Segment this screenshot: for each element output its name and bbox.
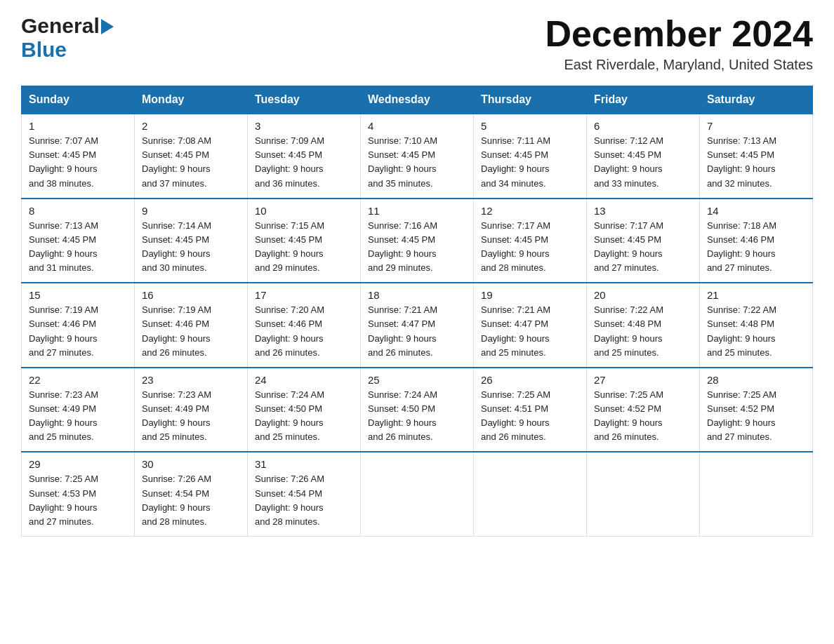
sunset-label: Sunset: 4:45 PM xyxy=(594,149,661,160)
day-info: Sunrise: 7:08 AM Sunset: 4:45 PM Dayligh… xyxy=(142,134,240,191)
daylight-minutes: and 32 minutes. xyxy=(707,178,772,189)
day-info: Sunrise: 7:09 AM Sunset: 4:45 PM Dayligh… xyxy=(255,134,353,191)
day-info: Sunrise: 7:14 AM Sunset: 4:45 PM Dayligh… xyxy=(142,219,240,276)
daylight-label: Daylight: 9 hours xyxy=(481,248,550,259)
daylight-minutes: and 25 minutes. xyxy=(707,347,772,358)
table-row xyxy=(474,452,587,536)
day-info: Sunrise: 7:19 AM Sunset: 4:46 PM Dayligh… xyxy=(29,303,127,360)
sunset-label: Sunset: 4:45 PM xyxy=(594,234,661,245)
sunset-label: Sunset: 4:49 PM xyxy=(29,403,96,414)
sunset-label: Sunset: 4:52 PM xyxy=(594,403,661,414)
daylight-minutes: and 27 minutes. xyxy=(29,347,94,358)
sunset-label: Sunset: 4:46 PM xyxy=(29,318,96,329)
day-number: 16 xyxy=(142,289,240,301)
table-row: 16 Sunrise: 7:19 AM Sunset: 4:46 PM Dayl… xyxy=(135,283,248,368)
table-row: 13 Sunrise: 7:17 AM Sunset: 4:45 PM Dayl… xyxy=(587,199,700,283)
day-info: Sunrise: 7:11 AM Sunset: 4:45 PM Dayligh… xyxy=(481,134,579,191)
table-row: 11 Sunrise: 7:16 AM Sunset: 4:45 PM Dayl… xyxy=(361,199,474,283)
daylight-label: Daylight: 9 hours xyxy=(142,248,211,259)
sunset-label: Sunset: 4:45 PM xyxy=(255,149,322,160)
calendar-week-row: 8 Sunrise: 7:13 AM Sunset: 4:45 PM Dayli… xyxy=(22,199,813,283)
sunrise-label: Sunrise: 7:23 AM xyxy=(29,389,98,400)
day-info: Sunrise: 7:18 AM Sunset: 4:46 PM Dayligh… xyxy=(707,219,805,276)
table-row: 22 Sunrise: 7:23 AM Sunset: 4:49 PM Dayl… xyxy=(22,368,135,452)
table-row: 28 Sunrise: 7:25 AM Sunset: 4:52 PM Dayl… xyxy=(700,368,813,452)
day-number: 7 xyxy=(707,120,805,132)
day-number: 19 xyxy=(481,289,579,301)
table-row: 31 Sunrise: 7:26 AM Sunset: 4:54 PM Dayl… xyxy=(248,452,361,536)
daylight-label: Daylight: 9 hours xyxy=(255,248,324,259)
day-number: 22 xyxy=(29,374,127,386)
day-number: 30 xyxy=(142,458,240,470)
day-info: Sunrise: 7:25 AM Sunset: 4:52 PM Dayligh… xyxy=(707,388,805,445)
table-row xyxy=(700,452,813,536)
sunrise-label: Sunrise: 7:14 AM xyxy=(142,220,211,231)
sunrise-label: Sunrise: 7:18 AM xyxy=(707,220,776,231)
sunset-label: Sunset: 4:47 PM xyxy=(368,318,435,329)
day-number: 4 xyxy=(368,120,466,132)
daylight-minutes: and 26 minutes. xyxy=(368,347,433,358)
daylight-minutes: and 26 minutes. xyxy=(594,431,659,442)
day-number: 10 xyxy=(255,205,353,217)
day-number: 24 xyxy=(255,374,353,386)
day-number: 25 xyxy=(368,374,466,386)
sunset-label: Sunset: 4:46 PM xyxy=(255,318,322,329)
day-number: 11 xyxy=(368,205,466,217)
daylight-minutes: and 26 minutes. xyxy=(481,431,546,442)
daylight-label: Daylight: 9 hours xyxy=(707,417,776,428)
sunset-label: Sunset: 4:49 PM xyxy=(142,403,209,414)
day-number: 20 xyxy=(594,289,692,301)
sunrise-label: Sunrise: 7:26 AM xyxy=(142,474,211,484)
day-number: 5 xyxy=(481,120,579,132)
header-friday: Friday xyxy=(587,86,700,114)
sunrise-label: Sunrise: 7:25 AM xyxy=(707,389,776,400)
daylight-minutes: and 28 minutes. xyxy=(142,516,207,527)
sunset-label: Sunset: 4:45 PM xyxy=(29,234,96,245)
sunrise-label: Sunrise: 7:13 AM xyxy=(707,135,776,146)
day-number: 28 xyxy=(707,374,805,386)
table-row: 7 Sunrise: 7:13 AM Sunset: 4:45 PM Dayli… xyxy=(700,114,813,199)
table-row: 5 Sunrise: 7:11 AM Sunset: 4:45 PM Dayli… xyxy=(474,114,587,199)
daylight-minutes: and 26 minutes. xyxy=(368,431,433,442)
sunset-label: Sunset: 4:46 PM xyxy=(142,318,209,329)
day-info: Sunrise: 7:20 AM Sunset: 4:46 PM Dayligh… xyxy=(255,303,353,360)
sunset-label: Sunset: 4:45 PM xyxy=(29,149,96,160)
sunrise-label: Sunrise: 7:25 AM xyxy=(29,474,98,484)
logo-triangle-icon xyxy=(101,19,114,34)
sunrise-label: Sunrise: 7:07 AM xyxy=(29,135,98,146)
day-info: Sunrise: 7:15 AM Sunset: 4:45 PM Dayligh… xyxy=(255,219,353,276)
daylight-label: Daylight: 9 hours xyxy=(707,333,776,344)
daylight-label: Daylight: 9 hours xyxy=(142,163,211,174)
daylight-label: Daylight: 9 hours xyxy=(255,502,324,513)
sunrise-label: Sunrise: 7:08 AM xyxy=(142,135,211,146)
day-info: Sunrise: 7:25 AM Sunset: 4:52 PM Dayligh… xyxy=(594,388,692,445)
header-saturday: Saturday xyxy=(700,86,813,114)
sunset-label: Sunset: 4:54 PM xyxy=(142,488,209,499)
sunrise-label: Sunrise: 7:24 AM xyxy=(255,389,324,400)
daylight-minutes: and 37 minutes. xyxy=(142,178,207,189)
daylight-label: Daylight: 9 hours xyxy=(255,333,324,344)
daylight-minutes: and 27 minutes. xyxy=(707,262,772,273)
daylight-label: Daylight: 9 hours xyxy=(707,163,776,174)
sunset-label: Sunset: 4:45 PM xyxy=(368,149,435,160)
table-row: 8 Sunrise: 7:13 AM Sunset: 4:45 PM Dayli… xyxy=(22,199,135,283)
daylight-label: Daylight: 9 hours xyxy=(594,333,663,344)
day-info: Sunrise: 7:21 AM Sunset: 4:47 PM Dayligh… xyxy=(481,303,579,360)
table-row: 18 Sunrise: 7:21 AM Sunset: 4:47 PM Dayl… xyxy=(361,283,474,368)
logo-blue-text: Blue xyxy=(21,38,67,61)
day-number: 14 xyxy=(707,205,805,217)
day-number: 27 xyxy=(594,374,692,386)
daylight-label: Daylight: 9 hours xyxy=(481,333,550,344)
sunrise-label: Sunrise: 7:19 AM xyxy=(142,304,211,315)
daylight-label: Daylight: 9 hours xyxy=(481,417,550,428)
sunset-label: Sunset: 4:52 PM xyxy=(707,403,774,414)
day-number: 21 xyxy=(707,289,805,301)
day-info: Sunrise: 7:26 AM Sunset: 4:54 PM Dayligh… xyxy=(255,472,353,529)
day-info: Sunrise: 7:22 AM Sunset: 4:48 PM Dayligh… xyxy=(594,303,692,360)
table-row: 27 Sunrise: 7:25 AM Sunset: 4:52 PM Dayl… xyxy=(587,368,700,452)
table-row: 3 Sunrise: 7:09 AM Sunset: 4:45 PM Dayli… xyxy=(248,114,361,199)
daylight-minutes: and 29 minutes. xyxy=(255,262,320,273)
daylight-minutes: and 30 minutes. xyxy=(142,262,207,273)
table-row: 2 Sunrise: 7:08 AM Sunset: 4:45 PM Dayli… xyxy=(135,114,248,199)
daylight-label: Daylight: 9 hours xyxy=(594,417,663,428)
